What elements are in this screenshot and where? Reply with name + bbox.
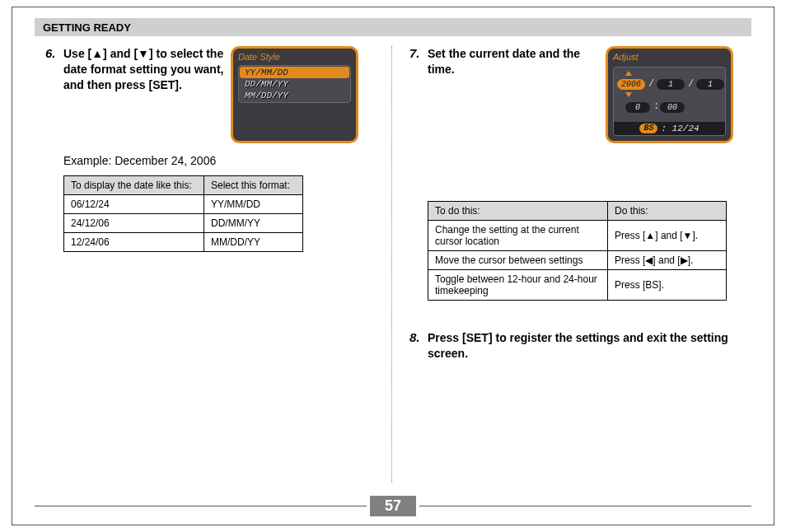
section-header: GETTING READY — [35, 18, 751, 36]
hour-pill: 0 — [625, 102, 650, 113]
lcd-title: Date Style — [238, 52, 280, 62]
step-instruction: Set the current date and the time. — [428, 46, 588, 77]
example-label: Example: December 24, 2006 — [63, 154, 375, 167]
section-header-text: GETTING READY — [43, 21, 131, 34]
month-pill: 1 — [657, 79, 685, 90]
controls-table: To do this: Do this: Change the setting … — [428, 201, 727, 301]
lcd-option: DD/MM/YY — [240, 78, 349, 90]
bs-badge: BS — [639, 124, 657, 133]
date-separator: / — [648, 78, 654, 90]
lcd-footer: BS : 12/24 — [614, 122, 725, 135]
table-row: 12/24/06 MM/DD/YY — [64, 232, 303, 251]
step-instruction: Press [SET] to register the settings and… — [428, 330, 741, 362]
time-separator: : — [653, 100, 659, 112]
step-8: 8. Press [SET] to register the settings … — [409, 330, 751, 362]
table-header: To do this: — [428, 201, 608, 220]
lcd-footer-text: : 12/24 — [661, 124, 699, 133]
lcd-adjust: Adjust 2006 / 1 / 1 0 : 00 BS : 12/24 — [606, 46, 733, 143]
page-rule — [419, 506, 751, 506]
table-row: Change the setting at the current cursor… — [428, 220, 727, 250]
table-header: To display the date like this: — [64, 175, 204, 194]
table-header: Do this: — [608, 201, 727, 220]
column-divider — [391, 46, 393, 483]
minute-pill: 00 — [660, 102, 685, 113]
step-instruction: Use [▲] and [▼] to select the date forma… — [63, 46, 224, 93]
lcd-option-selected: YY/MM/DD — [240, 67, 349, 78]
lcd-date-style: Date Style YY/MM/DD DD/MM/YY MM/DD/YY — [231, 46, 358, 143]
lcd-option-list: YY/MM/DD DD/MM/YY MM/DD/YY — [238, 65, 351, 103]
lcd-title: Adjust — [613, 52, 639, 62]
page-number: 57 — [370, 496, 416, 516]
year-pill: 2006 — [617, 79, 645, 90]
page-number-bar: 57 — [35, 494, 751, 517]
day-pill: 1 — [696, 79, 724, 90]
date-separator: / — [688, 78, 694, 90]
date-format-table: To display the date like this: Select th… — [63, 175, 303, 252]
step-number: 6. — [45, 46, 63, 93]
step-number: 7. — [409, 46, 428, 77]
table-row: 24/12/06 DD/MM/YY — [64, 213, 303, 232]
arrow-up-icon — [625, 71, 632, 76]
table-row: 06/12/24 YY/MM/DD — [64, 194, 303, 213]
lcd-option: MM/DD/YY — [240, 90, 349, 101]
table-header: Select this format: — [204, 175, 303, 194]
table-row: Toggle between 12-hour and 24-hour timek… — [428, 269, 727, 300]
step-number: 8. — [409, 330, 428, 362]
lcd-body: 2006 / 1 / 1 0 : 00 BS : 12/24 — [613, 67, 726, 136]
table-row: Move the cursor between settings Press [… — [428, 250, 727, 269]
page-rule — [35, 506, 367, 506]
arrow-down-icon — [625, 92, 632, 97]
